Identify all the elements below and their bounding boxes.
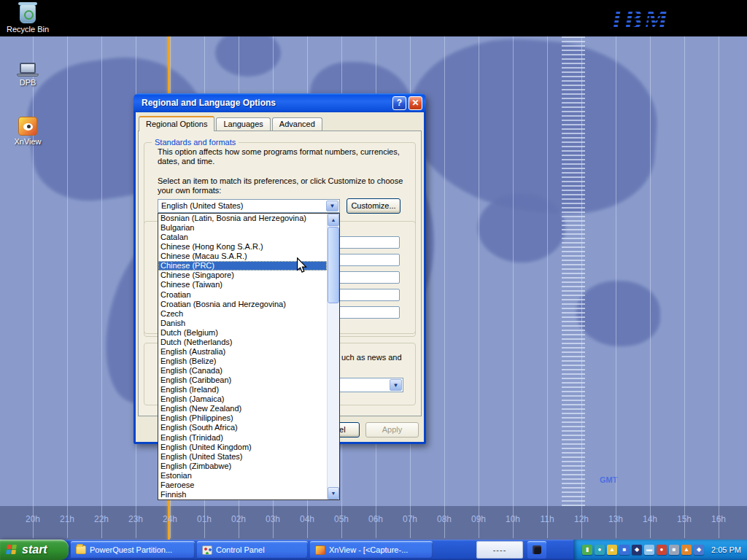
tray-icon-6[interactable]: ▬	[644, 545, 654, 555]
language-option[interactable]: Bosnian (Latin, Bosnia and Herzegovina)	[158, 214, 327, 223]
tray-icon-9[interactable]: ▲	[681, 545, 692, 555]
mouse-cursor	[296, 257, 309, 275]
language-option[interactable]: Catalan	[158, 233, 327, 242]
standards-description-line1: This option affects how some programs fo…	[158, 147, 400, 156]
chevron-down-icon[interactable]: ▼	[390, 379, 402, 391]
timezone-line	[67, 36, 68, 538]
timezone-line	[581, 36, 582, 538]
scroll-up-button[interactable]: ▲	[328, 214, 339, 226]
windows-flag-icon	[6, 545, 18, 555]
language-option[interactable]: English (New Zealand)	[158, 404, 327, 413]
taskbar-deskband[interactable]: ----	[476, 541, 523, 559]
timezone-hour-label: 06h	[365, 514, 386, 524]
timezone-line	[444, 36, 445, 538]
language-option[interactable]: English (Caribbean)	[158, 376, 327, 385]
language-option[interactable]: Czech	[158, 309, 327, 319]
language-option[interactable]: English (Zimbabwe)	[158, 462, 327, 471]
timezone-hour-label: 09h	[468, 514, 489, 524]
timezone-hour-label: 21h	[57, 514, 77, 524]
tray-icon-4[interactable]: ■	[619, 545, 630, 555]
continent-shape	[215, 36, 281, 77]
chevron-down-icon[interactable]: ▼	[326, 201, 338, 211]
taskbar-task-xnview[interactable]: XnView - [<Capture-...	[310, 541, 433, 559]
tab-regional-options[interactable]: Regional Options	[139, 116, 214, 131]
timezone-hour-label: 05h	[331, 514, 352, 524]
tab-advanced[interactable]: Advanced	[272, 117, 322, 131]
continent-shape	[576, 281, 660, 346]
language-option[interactable]: English (Jamaica)	[158, 394, 327, 404]
recycle-bin-icon	[20, 4, 36, 23]
folder-icon	[76, 545, 86, 554]
timezone-hour-label: 23h	[125, 514, 146, 524]
taskbar-app-icon[interactable]	[527, 541, 546, 559]
tray-icon-5[interactable]: ◆	[632, 545, 642, 555]
tray-icon-area: ▮●▲■◆▬●■▲◆	[582, 545, 704, 555]
start-button-label: start	[22, 543, 47, 556]
language-option[interactable]: English (Australia)	[158, 347, 327, 357]
laptop-icon	[15, 63, 40, 77]
language-option[interactable]: English (Trinidad)	[158, 433, 327, 443]
language-option[interactable]: Chinese (Taiwan)	[158, 280, 327, 289]
tray-icon-10[interactable]: ◆	[694, 545, 704, 555]
standards-description-line2: dates, and time.	[158, 157, 214, 166]
scroll-thumb[interactable]	[328, 227, 339, 303]
tray-icon-2[interactable]: ●	[595, 545, 605, 555]
continent-shape	[478, 193, 565, 262]
apply-button: Apply	[365, 422, 419, 438]
timezone-line	[650, 36, 651, 538]
dark-app-icon	[533, 545, 541, 554]
close-button[interactable]: ✕	[409, 96, 422, 110]
language-option[interactable]: English (Ireland)	[158, 385, 327, 394]
language-option[interactable]: Dutch (Netherlands)	[158, 338, 327, 347]
taskbar-task-powerquest[interactable]: PowerQuest Partition...	[71, 541, 195, 559]
desktop-icon-recycle-bin[interactable]: Recycle Bin	[0, 4, 55, 34]
tray-icon-1[interactable]: ▮	[582, 545, 592, 555]
timezone-line	[513, 36, 514, 538]
language-option[interactable]: English (South Africa)	[158, 423, 327, 432]
help-button[interactable]: ?	[392, 96, 406, 110]
language-option[interactable]: Dutch (Belgium)	[158, 328, 327, 338]
language-option[interactable]: Estonian	[158, 471, 327, 481]
language-option[interactable]: English (Belize)	[158, 357, 327, 366]
scrollbar[interactable]: ▲ ▼	[327, 214, 339, 499]
timezone-hour-label: 11h	[537, 514, 557, 524]
standards-instruction-line2: your own formats:	[158, 186, 221, 195]
language-option[interactable]: Faeroese	[158, 481, 327, 490]
language-option[interactable]: English (Philippines)	[158, 413, 327, 423]
timezone-line	[616, 36, 616, 538]
customize-button[interactable]: Customize...	[347, 198, 400, 214]
desktop-icon-dpb[interactable]: DPB	[0, 63, 55, 87]
language-option[interactable]: Bulgarian	[158, 223, 327, 233]
scroll-down-button[interactable]: ▼	[328, 487, 339, 499]
desktop-icon-xnview[interactable]: XnView	[0, 117, 55, 146]
language-option[interactable]: Chinese (Hong Kong S.A.R.)	[158, 242, 327, 252]
tab-languages[interactable]: Languages	[216, 117, 270, 131]
tray-icon-7[interactable]: ●	[657, 545, 667, 555]
language-option[interactable]: English (United States)	[158, 452, 327, 462]
language-option[interactable]: English (United Kingdom)	[158, 443, 327, 452]
timezone-hour-label: 08h	[434, 514, 454, 524]
location-description-fragment: uch as news and	[341, 353, 402, 362]
language-option[interactable]: Danish	[158, 319, 327, 328]
language-option[interactable]: Croatian (Bosnia and Herzegovina)	[158, 300, 327, 309]
language-option[interactable]: English (Canada)	[158, 366, 327, 376]
dialog-tabs: Regional Options Languages Advanced	[139, 116, 324, 131]
standards-instruction-line1: Select an item to match its preferences,…	[158, 176, 403, 185]
timezone-line	[684, 36, 685, 538]
tray-icon-3[interactable]: ▲	[607, 545, 617, 555]
language-option[interactable]: Croatian	[158, 290, 327, 300]
tray-icon-8[interactable]: ■	[669, 545, 679, 555]
language-dropdown-options: Bosnian (Latin, Bosnia and Herzegovina)B…	[158, 214, 327, 499]
language-dropdown-popup: Bosnian (Latin, Bosnia and Herzegovina)B…	[158, 213, 340, 500]
xnview-icon	[315, 545, 325, 555]
start-button[interactable]: start	[0, 540, 69, 560]
format-combobox[interactable]: English (United States) ▼	[158, 199, 340, 213]
taskbar-clock[interactable]: 2:05 PM	[711, 545, 741, 554]
dialog-titlebar[interactable]: Regional and Language Options ? ✕	[133, 93, 426, 112]
timezone-hour-label: 03h	[263, 514, 283, 524]
gmt-label: GMT	[600, 475, 617, 484]
timezone-hour-label: 24h	[160, 514, 180, 524]
language-option[interactable]: Finnish	[158, 490, 327, 499]
taskbar-task-control-panel[interactable]: Control Panel	[197, 541, 308, 559]
timezone-hour-label: 07h	[400, 514, 420, 524]
